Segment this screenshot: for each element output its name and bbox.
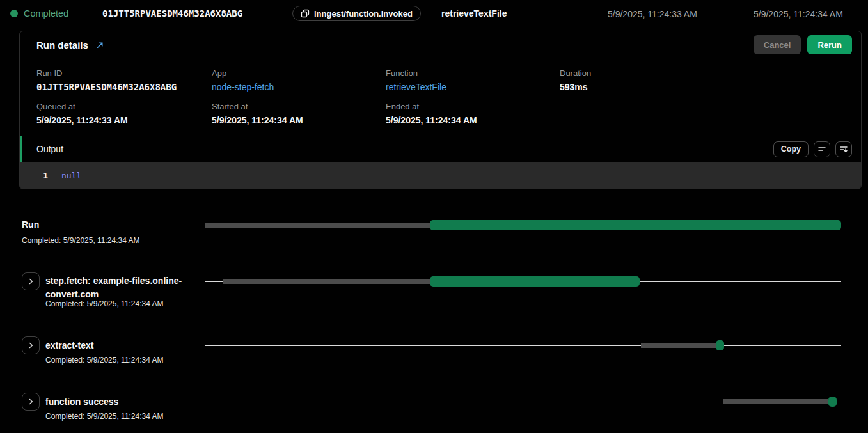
field-ended-at: Ended at 5/9/2025, 11:24:34 AM	[386, 102, 477, 125]
copy-button[interactable]: Copy	[773, 141, 809, 157]
timeline-segment-run	[430, 220, 841, 230]
field-label: App	[212, 68, 274, 78]
field-label: Queued at	[36, 102, 128, 111]
timeline-row-extract-text-completed: Completed: 5/9/2025, 11:24:34 AM	[45, 356, 164, 365]
timeline-row-run-completed: Completed: 5/9/2025, 11:24:34 AM	[22, 236, 140, 245]
field-function: Function retrieveTextFile	[386, 68, 446, 92]
field-started-at: Started at 5/9/2025, 11:24:34 AM	[212, 102, 303, 125]
expand-step-fetch-button[interactable]	[22, 272, 40, 290]
topbar-ended-time: 5/9/2025, 11:24:34 AM	[754, 9, 843, 19]
topbar-queued-time: 5/9/2025, 11:24:33 AM	[608, 9, 697, 19]
run-details-page: Completed 01JTT5RPVAESDM46M32A6X8ABG inn…	[0, 0, 868, 433]
external-link-icon[interactable]	[96, 41, 104, 49]
field-run-id: Run ID 01JTT5RPVAESDM46M32A6X8ABG	[36, 68, 177, 92]
scroll-to-bottom-icon[interactable]	[835, 141, 852, 157]
topbar-function-name: retrieveTextFile	[441, 8, 507, 19]
field-label: Function	[386, 68, 446, 78]
timeline-row-step-fetch-completed: Completed: 5/9/2025, 11:24:34 AM	[45, 299, 164, 308]
event-badge[interactable]: inngest/function.invoked	[292, 6, 421, 21]
field-app: App node-step-fetch	[212, 68, 274, 92]
timeline-track-extract-text	[205, 340, 841, 350]
event-icon	[301, 9, 310, 18]
field-queued-at: Queued at 5/9/2025, 11:24:33 AM	[36, 102, 128, 125]
field-label: Run ID	[36, 68, 177, 78]
timeline-segment-queued	[223, 279, 430, 284]
field-value: 5/9/2025, 11:24:34 AM	[386, 115, 477, 125]
timeline-segment-queued	[641, 343, 716, 348]
field-value: 593ms	[560, 82, 591, 92]
field-duration: Duration 593ms	[560, 68, 591, 92]
timeline-segment-queued	[205, 223, 430, 228]
line-number: 1	[39, 171, 48, 180]
status-dot-icon	[10, 10, 18, 17]
panel-title: Run details	[36, 40, 88, 51]
field-label: Ended at	[386, 102, 477, 111]
timeline-segment-run	[828, 397, 837, 407]
timeline-segment-run	[716, 340, 724, 350]
timeline-baseline	[205, 345, 841, 346]
output-value: null	[61, 171, 81, 180]
app-link[interactable]: node-step-fetch	[212, 82, 274, 92]
panel-header: Run details Cancel Rerun	[20, 31, 861, 58]
timeline-row-function-success-completed: Completed: 5/9/2025, 11:24:34 AM	[45, 412, 164, 421]
field-value: 5/9/2025, 11:24:34 AM	[212, 115, 303, 125]
timeline-row-run-label: Run	[22, 218, 39, 232]
output-title: Output	[36, 144, 63, 154]
event-badge-label: inngest/function.invoked	[314, 9, 413, 19]
timeline-track-step-fetch	[205, 276, 841, 287]
timeline-segment-run	[430, 276, 639, 287]
timeline-track-run	[205, 220, 841, 230]
expand-extract-text-button[interactable]	[22, 336, 40, 354]
function-link[interactable]: retrieveTextFile	[386, 82, 446, 92]
timeline-track-function-success	[205, 397, 841, 407]
output-header: Output Copy	[20, 136, 861, 162]
timeline-row-step-fetch-label: step.fetch: example-files.online-convert…	[45, 274, 205, 301]
field-label: Duration	[560, 68, 591, 78]
field-value: 01JTT5RPVAESDM46M32A6X8ABG	[36, 82, 177, 92]
run-details-panel: Run details Cancel Rerun Run ID 01JTT5RP…	[19, 31, 862, 189]
timeline-segment-queued	[723, 399, 828, 404]
field-value: 5/9/2025, 11:24:33 AM	[36, 115, 128, 125]
field-label: Started at	[212, 102, 303, 111]
timeline-row-extract-text-label: extract-text	[45, 339, 93, 352]
cancel-button[interactable]: Cancel	[754, 35, 801, 54]
timeline-row-function-success-label: function success	[45, 395, 118, 409]
topbar-run-id: 01JTT5RPVAESDM46M32A6X8ABG	[102, 8, 242, 19]
rerun-button[interactable]: Rerun	[807, 35, 852, 54]
output-code-block: 1 null	[20, 162, 861, 189]
wrap-text-icon[interactable]	[814, 141, 830, 157]
expand-function-success-button[interactable]	[22, 393, 40, 411]
run-status: Completed	[24, 8, 68, 19]
